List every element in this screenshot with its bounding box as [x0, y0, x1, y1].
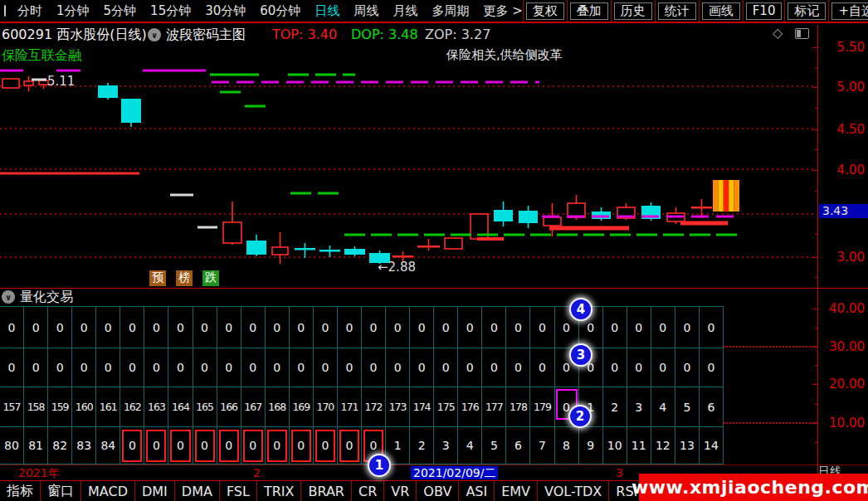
quant-panel-title: 量化交易	[20, 289, 73, 306]
badge-跌[interactable]: 跌	[202, 270, 219, 286]
indicator-tab-BRAR[interactable]: BRAR	[301, 481, 351, 501]
step-marker-2: 2	[568, 405, 592, 428]
indicator-tab-VOL-TDX[interactable]: VOL-TDX	[538, 481, 608, 501]
axis-label-3.00: 3.00	[825, 250, 865, 265]
indicator-tab-CR[interactable]: CR	[352, 481, 383, 501]
grid-cell: 0	[217, 427, 241, 465]
grid-cell: 3	[627, 387, 651, 427]
grid-cell: 6	[506, 427, 530, 465]
period-tab-60分钟[interactable]: 60分钟	[260, 3, 300, 19]
grid-cell: 175	[434, 387, 458, 427]
stock-title: 600291 西水股份(日线)	[2, 27, 147, 44]
indicator-tab-TRIX[interactable]: TRIX	[257, 481, 301, 501]
grid-cell: 163	[144, 387, 168, 427]
period-tab-更多 >[interactable]: 更多 >	[483, 3, 522, 19]
grid-cell: 0	[290, 427, 314, 465]
grid-cell: 80	[0, 427, 24, 465]
grid-cell: 11	[627, 427, 651, 465]
indicator-tab-MACD[interactable]: MACD	[81, 481, 134, 501]
layout-icon[interactable]	[4, 5, 6, 17]
grid-cell: 173	[386, 387, 410, 427]
indicator-tab-VR[interactable]: VR	[384, 481, 416, 501]
button-divider	[699, 0, 700, 22]
indicator-tab-FSL[interactable]: FSL	[220, 481, 256, 501]
grid-cell: 2	[603, 387, 627, 427]
grid-cell: 0	[314, 348, 338, 387]
period-tab-多周期[interactable]: 多周期	[432, 3, 469, 19]
grid-cell: 0	[458, 307, 482, 348]
badge-预[interactable]: 预	[149, 270, 166, 286]
period-tab-30分钟[interactable]: 30分钟	[205, 3, 246, 19]
quant-panel-header: ∨ 量化交易	[2, 289, 73, 305]
toolbar-button-叠加[interactable]: 叠加	[570, 2, 608, 20]
grid-cell: 82	[48, 427, 72, 465]
selected-date[interactable]: 2021/02/09/二	[411, 466, 498, 479]
toolbar-button-复权[interactable]: 复权	[526, 2, 564, 20]
grid-cell: 0	[506, 348, 530, 387]
top-value: TOP: 3.40	[272, 27, 337, 42]
period-tab-5分钟[interactable]: 5分钟	[104, 3, 137, 19]
toolbar-buttons: 复权叠加历史统计画线F10标记+自选返回	[523, 0, 868, 22]
grid-cell: 0	[48, 307, 72, 348]
toolbar-button-画线[interactable]: 画线	[702, 2, 740, 20]
grid-cell: 0	[603, 307, 627, 348]
toolbar-button-历史[interactable]: 历史	[614, 2, 652, 20]
chart-annotation: 保险相关,供给侧改革	[446, 47, 563, 63]
grid-cell: 178	[506, 387, 530, 427]
grid-cell: 0	[168, 427, 193, 465]
timeline-label: 3	[616, 466, 623, 479]
indicator-tab-EMV[interactable]: EMV	[495, 481, 537, 501]
concept-tag: 保险互联金融	[2, 47, 81, 65]
period-tab-日线[interactable]: 日线	[315, 3, 339, 19]
toolbar-button-+自选[interactable]: +自选	[831, 2, 868, 20]
grid-cell: 159	[48, 387, 72, 427]
button-divider	[655, 0, 656, 22]
axis-label-5.50: 5.50	[825, 40, 865, 55]
period-tab-周线[interactable]: 周线	[354, 3, 378, 19]
grid-cell: 2	[410, 427, 434, 465]
grid-cell: 167	[241, 387, 266, 427]
toolbar-button-统计[interactable]: 统计	[658, 2, 696, 20]
indicator-name[interactable]: 波段密码主图	[166, 27, 246, 44]
indicator-tab-OBV[interactable]: OBV	[417, 481, 458, 501]
toolbar-button-标记[interactable]: 标记	[788, 2, 826, 20]
indicator-chevron-icon[interactable]: ∨	[148, 28, 161, 41]
step-marker-4: 4	[569, 298, 592, 321]
timeline-label: 2021年	[18, 466, 60, 481]
toolbar-button-F10[interactable]: F10	[746, 2, 783, 20]
grid-cell: 9	[579, 427, 603, 465]
price-label-511: 5.11	[47, 74, 75, 89]
grid-cell: 166	[217, 387, 241, 427]
indicator-tab-DMA[interactable]: DMA	[175, 481, 219, 501]
grid-cell: 0	[217, 348, 241, 387]
period-tab-分时[interactable]: 分时	[17, 3, 42, 19]
period-nav: 分时1分钟5分钟15分钟30分钟60分钟日线周线月线多周期更多 >	[17, 3, 523, 19]
grid-cell: 5	[675, 387, 700, 427]
indicator-tab-ASI[interactable]: ASI	[459, 481, 494, 501]
grid-cell: 0	[96, 348, 120, 387]
grid-cell: 0	[482, 348, 506, 387]
period-tab-15分钟[interactable]: 15分钟	[150, 3, 191, 19]
grid-cell: 0	[217, 307, 241, 348]
grid-cell: 176	[458, 387, 482, 427]
grid-cell: 0	[168, 307, 193, 348]
period-tab-1分钟[interactable]: 1分钟	[56, 3, 90, 19]
axis-label-30.00: 30.00	[825, 339, 865, 354]
button-divider	[523, 0, 524, 22]
grid-cell: 0	[410, 307, 434, 348]
grid-cell: 0	[651, 307, 675, 348]
split-pane-icon[interactable]	[795, 28, 809, 39]
indicator-tab-窗口[interactable]: 窗口	[41, 481, 80, 501]
indicator-tab-DMI[interactable]: DMI	[135, 481, 174, 501]
watermark-banner: www.xmjiaocheng.com	[639, 474, 868, 501]
grid-cell: 0	[675, 307, 700, 348]
diamond-icon[interactable]: ◇	[773, 25, 783, 41]
grid-cell: 14	[700, 427, 724, 465]
period-tab-月线[interactable]: 月线	[393, 3, 417, 19]
chart-canvas	[0, 46, 817, 288]
grid-cell: 165	[193, 387, 217, 427]
indicator-tab-指标[interactable]: 指标	[0, 481, 40, 501]
badge-榜[interactable]: 榜	[176, 270, 193, 286]
grid-cell: 158	[24, 387, 48, 427]
panel-chevron-icon[interactable]: ∨	[2, 290, 15, 304]
